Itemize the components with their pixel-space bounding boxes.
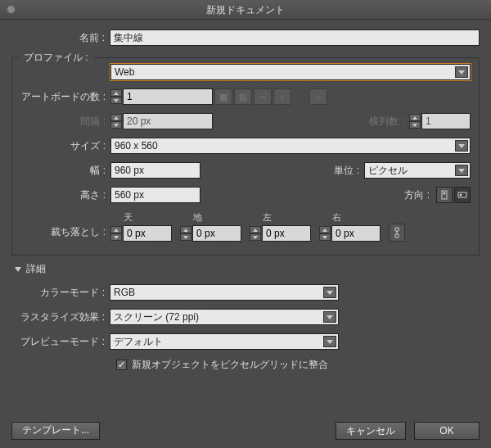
grid-rows-icon: ▦	[214, 88, 232, 105]
arrow-down-icon: ↑	[273, 88, 291, 105]
label-bleed-right: 右	[319, 211, 381, 224]
name-input[interactable]	[110, 29, 480, 46]
cancel-button[interactable]: キャンセル	[336, 422, 406, 440]
label-colormode: カラーモード :	[11, 286, 110, 300]
triangle-down-icon	[15, 267, 21, 272]
label-preview: プレビューモード :	[11, 335, 110, 349]
templates-button[interactable]: テンプレート...	[11, 422, 100, 440]
preview-select[interactable]: デフォルト	[110, 333, 339, 350]
height-input[interactable]	[110, 187, 200, 203]
svg-point-3	[460, 194, 462, 197]
columns-input	[421, 113, 471, 129]
bleed-top-input[interactable]	[123, 225, 172, 242]
chevron-down-icon	[455, 66, 468, 78]
profile-select[interactable]: Web	[110, 64, 471, 80]
raster-select[interactable]: スクリーン (72 ppi)	[110, 309, 339, 325]
ok-button[interactable]: OK	[414, 422, 480, 440]
units-select[interactable]: ピクセル	[364, 162, 471, 179]
artboards-stepper[interactable]	[110, 88, 213, 105]
spacing-input	[123, 113, 213, 129]
label-name: 名前 :	[11, 31, 110, 45]
label-bleed-left: 左	[250, 211, 311, 224]
spacing-stepper	[110, 113, 213, 129]
artboards-input[interactable]	[123, 88, 213, 105]
bleed-right-stepper[interactable]	[319, 225, 381, 242]
label-align-grid: 新規オブジェクトをピクセルグリッドに整合	[132, 358, 328, 372]
bleed-bottom-stepper[interactable]	[180, 225, 241, 242]
label-artboards: アートボードの数 :	[20, 90, 110, 104]
label-columns: 横列数 :	[369, 115, 409, 129]
label-raster: ラスタライズ効果 :	[11, 310, 110, 324]
label-height: 高さ :	[20, 188, 110, 202]
align-grid-checkbox[interactable]: ✓	[116, 360, 127, 370]
arrow-right-icon: →	[254, 88, 272, 105]
chevron-down-icon	[455, 140, 468, 152]
bleed-left-input[interactable]	[262, 225, 311, 242]
bleed-right-input[interactable]	[331, 225, 381, 242]
label-spacing: 間隔 :	[20, 115, 110, 129]
label-profile: プロファイル :	[19, 51, 93, 65]
label-orientation: 方向 :	[404, 188, 435, 202]
window-title: 新規ドキュメント	[206, 4, 285, 16]
columns-stepper	[409, 113, 471, 129]
bleed-left-stepper[interactable]	[250, 225, 311, 242]
size-select[interactable]: 960 x 560	[110, 138, 471, 154]
label-units: 単位 :	[334, 164, 364, 178]
orientation-portrait-icon[interactable]	[436, 187, 453, 203]
chevron-down-icon	[323, 287, 336, 298]
window-close-icon[interactable]	[7, 5, 16, 14]
label-bleed-top: 天	[110, 211, 172, 224]
link-bleed-icon[interactable]	[389, 224, 405, 242]
chevron-down-icon	[323, 311, 336, 323]
chevron-down-icon	[455, 165, 468, 176]
bleed-top-stepper[interactable]	[110, 225, 172, 242]
label-size: サイズ :	[20, 139, 110, 153]
chevron-down-icon	[323, 336, 336, 347]
label-bleed: 裁ち落とし :	[20, 225, 110, 242]
width-input[interactable]	[110, 162, 200, 179]
label-advanced: 詳細	[26, 262, 46, 276]
label-bleed-bottom: 地	[180, 211, 241, 224]
colormode-select[interactable]: RGB	[110, 284, 339, 301]
arrange-icon: →	[309, 88, 327, 105]
label-width: 幅 :	[20, 164, 110, 178]
advanced-disclosure[interactable]: 詳細	[15, 262, 480, 276]
bleed-bottom-input[interactable]	[192, 225, 241, 242]
svg-point-1	[444, 192, 446, 195]
titlebar: 新規ドキュメント	[0, 0, 491, 20]
grid-cols-icon: ▥	[234, 88, 252, 105]
orientation-landscape-icon[interactable]	[454, 187, 471, 203]
